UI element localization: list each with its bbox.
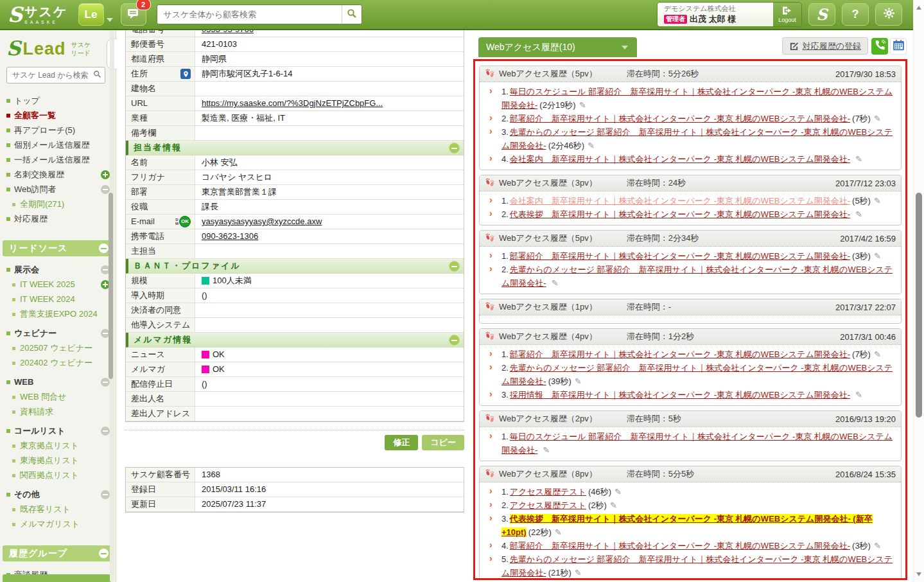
scroll-up-icon[interactable]: [916, 6, 921, 10]
pencil-icon[interactable]: ✎: [855, 390, 862, 400]
visited-page-link[interactable]: 部署紹介 新卒採用サイト｜株式会社インターパーク -東京 札幌のWEBシステム開…: [510, 114, 850, 123]
pencil-icon[interactable]: ✎: [855, 209, 862, 219]
sidebar-item[interactable]: WEB 問合せ: [0, 389, 116, 404]
sidebar-item[interactable]: 202507 ウェビナー: [0, 340, 116, 355]
map-pin-icon[interactable]: [180, 69, 191, 79]
pencil-icon[interactable]: ✎: [610, 500, 617, 510]
edit-button[interactable]: 修正: [385, 435, 418, 450]
card-body: ›1.毎日のスケジュール 部署紹介 新卒採用サイト｜株式会社インターパーク -東…: [480, 427, 901, 461]
pencil-icon[interactable]: ✎: [874, 349, 881, 359]
sidebar-item[interactable]: 202402 ウェビナー: [0, 355, 116, 370]
sidebar-section-header[interactable]: 履歴グループ: [3, 545, 112, 561]
saaske-logo[interactable]: S サスケ SAASKE: [8, 5, 68, 24]
visit-row: ›2.部署紹介 新卒採用サイト｜株式会社インターパーク -東京 札幌のWEBシス…: [485, 112, 896, 125]
visited-page-link[interactable]: 代表挨拶 新卒採用サイト｜株式会社インターパーク -東京 札幌のWEBシステム開…: [510, 209, 850, 219]
pencil-icon[interactable]: ✎: [555, 527, 562, 537]
sidebar-section-header[interactable]: リードソース: [3, 240, 112, 256]
tree-toggle-icon[interactable]: [101, 490, 110, 499]
search-icon: [93, 69, 101, 81]
pencil-icon[interactable]: ✎: [552, 278, 559, 288]
sidebar-item[interactable]: 営業支援EXPO 2024: [0, 306, 116, 321]
visited-page-link[interactable]: 会社案内 新卒採用サイト｜株式会社インターパーク -東京 札幌のWEBシステム開…: [510, 196, 850, 206]
collapse-minus-icon[interactable]: [99, 549, 109, 558]
sidebar-item[interactable]: 個別メール送信履歴: [0, 137, 116, 152]
pencil-icon[interactable]: ✎: [575, 568, 582, 578]
visited-page-link[interactable]: アクセス履歴テスト: [510, 500, 586, 510]
sidebar-item[interactable]: 既存客リスト: [0, 502, 116, 516]
visited-page-link[interactable]: 採用情報 新卒採用サイト｜株式会社インターパーク -東京 札幌のWEBシステム開…: [510, 390, 850, 400]
web-access-history-tab[interactable]: Webアクセス履歴(10): [478, 37, 637, 57]
pencil-icon[interactable]: ✎: [874, 251, 881, 261]
sidebar-item[interactable]: 全顧客一覧: [0, 108, 116, 123]
logout-button[interactable]: Logout: [773, 3, 801, 26]
cti-phone-button[interactable]: [871, 38, 888, 55]
sidebar-item[interactable]: 関西拠点リスト: [0, 468, 116, 482]
tree-toggle-icon[interactable]: [101, 378, 110, 387]
search-button[interactable]: [342, 5, 362, 24]
pencil-icon[interactable]: ✎: [874, 541, 881, 551]
sidebar-item[interactable]: IT WEEK 2024: [0, 292, 116, 306]
visited-page-link[interactable]: 部署紹介 新卒採用サイト｜株式会社インターパーク -東京 札幌のWEBシステム開…: [510, 349, 850, 359]
stay-time: 滞在時間：5秒: [627, 413, 681, 425]
visited-page-link[interactable]: 会社案内 新卒採用サイト｜株式会社インターパーク -東京 札幌のWEBシステム開…: [510, 154, 850, 164]
lead-search-input[interactable]: [11, 70, 93, 80]
sidebar-item[interactable]: 東海拠点リスト: [0, 453, 116, 468]
app-switch-caret-icon[interactable]: [107, 18, 113, 22]
lead-logo[interactable]: S Lead サスケ リード: [6, 39, 110, 58]
sidebar-item[interactable]: ウェビナー: [0, 326, 116, 340]
pencil-icon[interactable]: ✎: [588, 141, 595, 150]
pencil-icon[interactable]: ✎: [874, 114, 881, 123]
sidebar-next-section-bar[interactable]: [3, 574, 111, 582]
sidebar-item[interactable]: コールリスト: [0, 423, 116, 438]
collapse-minus-icon[interactable]: [449, 335, 460, 346]
collapse-minus-icon[interactable]: [449, 261, 460, 272]
sidebar-item-label: WEB: [14, 377, 33, 387]
sidebar-item[interactable]: WEB: [0, 375, 116, 389]
tree-toggle-icon[interactable]: [101, 170, 110, 179]
sidebar-item[interactable]: Web訪問者: [0, 182, 116, 197]
global-search-input[interactable]: [157, 5, 342, 24]
visited-page-link[interactable]: 毎日のスケジュール 部署紹介 新卒採用サイト｜株式会社インターパーク -東京 札…: [501, 432, 893, 455]
scrollbar-thumb[interactable]: [916, 193, 922, 418]
saaske-home-button[interactable]: S: [808, 3, 835, 26]
sidebar-item[interactable]: 資料請求: [0, 404, 116, 419]
visited-page-link[interactable]: 部署紹介 新卒採用サイト｜株式会社インターパーク -東京 札幌のWEBシステム開…: [510, 541, 850, 551]
sidebar-item[interactable]: 一括メール送信履歴: [0, 152, 116, 167]
detail-row: E-mail DM OK: [126, 215, 464, 229]
tree-toggle-icon[interactable]: [101, 427, 110, 436]
collapse-minus-icon[interactable]: [449, 143, 460, 154]
sidebar-item[interactable]: メルマガリスト: [0, 516, 116, 531]
settings-button[interactable]: [875, 3, 902, 26]
sidebar-item[interactable]: 対応履歴: [0, 211, 116, 226]
sidebar-item[interactable]: IT WEEK 2025: [0, 277, 116, 292]
visited-page-link[interactable]: アクセス履歴テスト: [510, 487, 586, 497]
pencil-icon[interactable]: ✎: [615, 487, 622, 497]
sidebar-item-label: WEB 問合せ: [20, 392, 67, 401]
scroll-down-icon[interactable]: [916, 572, 921, 576]
tree-toggle-icon[interactable]: [101, 185, 110, 194]
sidebar-scrollbar-thumb[interactable]: [109, 193, 113, 379]
sidebar-item[interactable]: 名刺交換履歴: [0, 167, 116, 182]
copy-button[interactable]: コピー: [422, 435, 464, 450]
help-button[interactable]: ?: [842, 3, 869, 26]
sidebar-item[interactable]: 全期間(271): [0, 197, 116, 211]
field-value: 090-3623-1306: [195, 229, 464, 243]
meta-label: サスケ顧客番号: [126, 468, 195, 482]
register-response-history-button[interactable]: 対応履歴の登録: [782, 37, 868, 55]
pencil-icon[interactable]: ✎: [579, 100, 586, 110]
sidebar-item[interactable]: 東京拠点リスト: [0, 438, 116, 453]
collapse-minus-icon[interactable]: [99, 243, 109, 253]
pencil-icon[interactable]: ✎: [855, 154, 862, 164]
visited-page-link[interactable]: 先輩からのメッセージ 部署紹介 新卒採用サイト｜株式会社インターパーク -東京 …: [501, 265, 893, 288]
chat-button[interactable]: 2: [121, 3, 146, 26]
sidebar-item[interactable]: トップ: [0, 93, 116, 108]
sidebar-item[interactable]: その他: [0, 487, 116, 502]
pencil-icon[interactable]: ✎: [543, 445, 550, 455]
pencil-icon[interactable]: ✎: [575, 376, 582, 386]
calendar-button[interactable]: [890, 38, 907, 55]
sidebar-item[interactable]: 再アプローチ(5): [0, 123, 116, 137]
sidebar-item[interactable]: 展示会: [0, 262, 116, 277]
pencil-icon[interactable]: ✎: [874, 196, 881, 206]
visited-page-link[interactable]: 部署紹介 新卒採用サイト｜株式会社インターパーク -東京 札幌のWEBシステム開…: [510, 251, 850, 261]
lead-app-badge[interactable]: Le: [78, 3, 104, 26]
